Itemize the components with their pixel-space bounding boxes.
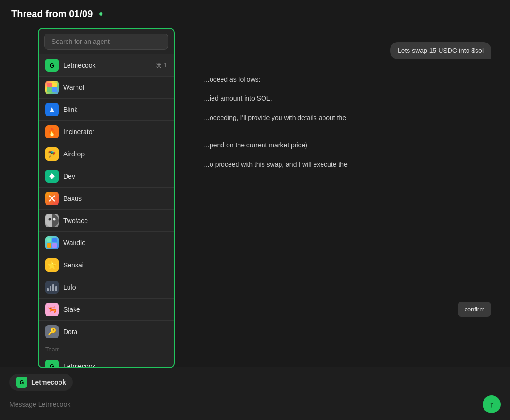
agent-icon-incinerator: 🔥: [45, 125, 59, 138]
agent-icon-dora: 🔑: [45, 325, 59, 338]
bot-line-1: …oceed as follows:: [203, 74, 491, 85]
user-message-text: Lets swap 15 USDC into $sol: [398, 47, 484, 54]
agent-name: Warhol: [63, 84, 167, 91]
svg-marker-4: [49, 173, 55, 179]
active-agent-bar: G Letmecook: [9, 374, 501, 391]
agent-name: Twoface: [63, 217, 167, 224]
agent-icon-sensai: ⭐: [45, 258, 59, 272]
agent-name: Baxus: [63, 195, 167, 202]
bot-reply: …oceed as follows: …ied amount into SOL.…: [203, 74, 491, 123]
active-agent-name: Letmecook: [31, 378, 66, 386]
list-item[interactable]: Twoface: [39, 209, 174, 231]
page-title: Thread from 01/09: [11, 9, 93, 19]
main-content: G Letmecook ⌘ 1 Warhol: [0, 28, 510, 420]
bot-line-5: …o proceed with this swap, and I will ex…: [203, 159, 491, 170]
agent-name: Blink: [63, 106, 167, 113]
svg-point-8: [49, 218, 51, 221]
team-section-label: Team: [39, 343, 174, 355]
agent-icon-stake: 🦐: [45, 303, 59, 316]
bot-line-4: …pend on the current market price): [203, 140, 491, 150]
svg-rect-2: [47, 87, 52, 92]
list-item[interactable]: Warhol: [39, 76, 174, 98]
active-agent-icon: G: [16, 377, 27, 388]
agent-name: Dev: [63, 172, 167, 180]
agent-name: Airdrop: [63, 150, 167, 158]
bot-line-2: …ied amount into SOL.: [203, 93, 491, 103]
agent-icon-letmecook: G: [45, 59, 59, 72]
list-item[interactable]: 🔑 Dora: [39, 320, 174, 343]
agent-icon-dev: [45, 170, 59, 183]
send-button[interactable]: ↑: [483, 395, 501, 413]
send-icon: ↑: [490, 400, 494, 410]
chat-area: Lets swap 15 USDC into $sol …oceed as fo…: [184, 28, 510, 420]
bottom-bar: G Letmecook ↑: [0, 367, 510, 420]
shortcut-key: ⌘: [156, 62, 162, 69]
agent-name: Letmecook: [63, 362, 167, 367]
svg-rect-1: [52, 83, 57, 87]
agent-name: Dora: [63, 328, 167, 335]
svg-rect-0: [47, 83, 52, 87]
bot-line-3: …oceeding, I'll provide you with details…: [203, 112, 491, 123]
agent-icon-lulo: [45, 281, 59, 294]
agent-icon-baxus: [45, 192, 59, 205]
agent-icon-twoface: [45, 214, 59, 227]
list-item[interactable]: 🔥 Incinerator: [39, 120, 174, 143]
list-item[interactable]: ⭐ Sensai: [39, 254, 174, 276]
agent-name: Sensai: [63, 261, 167, 269]
bot-reply-2: …pend on the current market price) …o pr…: [203, 140, 491, 170]
wairdle-grid-icon: [47, 238, 57, 248]
svg-point-9: [53, 218, 56, 221]
message-row: ↑: [9, 395, 501, 413]
agent-icon-wairdle: [45, 236, 59, 249]
confirm-button-snippet[interactable]: confirm: [458, 302, 491, 317]
search-container: [39, 29, 174, 54]
agent-name: Letmecook: [63, 61, 151, 69]
search-input[interactable]: [44, 34, 168, 50]
list-item[interactable]: 🪂 Airdrop: [39, 143, 174, 165]
shortcut-num: 1: [164, 62, 167, 69]
agent-name: Lulo: [63, 283, 167, 291]
user-message-bubble: Lets swap 15 USDC into $sol: [390, 42, 491, 59]
sparkle-icon: ✦: [97, 9, 104, 19]
list-item[interactable]: Wairdle: [39, 231, 174, 254]
list-item[interactable]: Baxus: [39, 187, 174, 209]
svg-rect-3: [52, 87, 57, 92]
agent-icon-warhol: [45, 81, 59, 94]
list-item[interactable]: Dev: [39, 165, 174, 187]
agent-name: Incinerator: [63, 128, 167, 136]
header: Thread from 01/09 ✦: [0, 0, 510, 28]
active-agent-badge[interactable]: G Letmecook: [9, 374, 73, 391]
list-item[interactable]: G Letmecook: [39, 355, 174, 367]
list-item[interactable]: G Letmecook ⌘ 1: [39, 54, 174, 76]
agent-dropdown: G Letmecook ⌘ 1 Warhol: [38, 28, 175, 368]
list-item[interactable]: 🦐 Stake: [39, 298, 174, 320]
lulo-bars-icon: [47, 283, 57, 291]
agent-icon-airdrop: 🪂: [45, 147, 59, 161]
agent-icon-team-letmecook: G: [45, 360, 59, 367]
agent-name: Wairdle: [63, 239, 167, 247]
message-input[interactable]: [9, 401, 478, 408]
shortcut-badge: ⌘ 1: [156, 62, 167, 69]
agent-list: G Letmecook ⌘ 1 Warhol: [39, 54, 174, 367]
list-item[interactable]: Blink: [39, 98, 174, 120]
agent-icon-blink: [45, 103, 59, 116]
confirm-label: confirm: [464, 306, 484, 313]
agent-name: Stake: [63, 306, 167, 313]
list-item[interactable]: Lulo: [39, 276, 174, 298]
